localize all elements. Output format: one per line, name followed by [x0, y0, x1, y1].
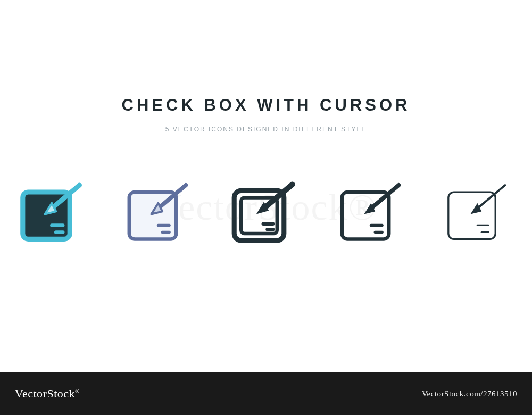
checkbox-cursor-outline-blue-icon: [122, 176, 197, 250]
page-title: CHECK BOX WITH CURSOR: [0, 96, 532, 115]
heading-block: CHECK BOX WITH CURSOR 5 VECTOR ICONS DES…: [0, 96, 532, 133]
svg-line-25: [479, 185, 505, 208]
checkbox-cursor-filled-teal-icon: [16, 176, 90, 250]
checkbox-cursor-thin-dark-icon: [442, 176, 516, 250]
brand-logo: VectorStock®: [15, 387, 80, 401]
icon-row: [0, 176, 532, 250]
footer-bar: VectorStock® VectorStock.com/27613510: [0, 372, 532, 415]
checkbox-cursor-outline-dark-icon: [335, 176, 410, 250]
brand-prefix: Vector: [15, 387, 47, 400]
svg-line-20: [372, 185, 398, 208]
svg-marker-26: [470, 203, 481, 214]
stock-id: VectorStock.com/27613510: [422, 389, 517, 399]
brand-suffix: Stock: [47, 387, 75, 400]
page-subtitle: 5 VECTOR ICONS DESIGNED IN DIFFERENT STY…: [0, 126, 532, 133]
svg-line-15: [266, 185, 292, 207]
checkbox-cursor-bold-dark-icon: [229, 176, 303, 250]
